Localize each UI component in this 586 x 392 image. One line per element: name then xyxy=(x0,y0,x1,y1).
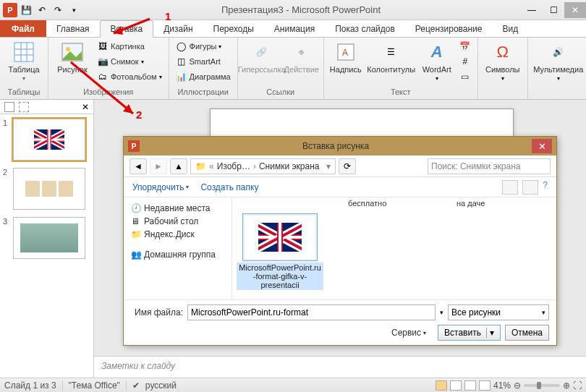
clipart-button[interactable]: 🖼Картинка xyxy=(95,39,164,54)
refresh-button[interactable]: ⟳ xyxy=(339,158,356,174)
wordart-button[interactable]: A WordArt ▾ xyxy=(420,39,454,82)
thumb-row-2[interactable]: 2 xyxy=(3,168,90,210)
dialog-titlebar: P Вставка рисунка ✕ xyxy=(124,137,556,155)
dialog-file-area[interactable]: бесплатно на даче MicrosoftPowerPoint.ru… xyxy=(232,197,556,299)
tab-design[interactable]: Дизайн xyxy=(153,20,203,37)
notes-pane[interactable]: Заметки к слайду xyxy=(94,356,586,378)
search-input[interactable]: Поиск: Снимки экрана xyxy=(428,158,551,174)
thumb-row-3[interactable]: 3 xyxy=(3,217,90,259)
view-mode-button[interactable] xyxy=(502,180,518,195)
group-media: 🔊 Мультимедиа ▾ xyxy=(528,38,586,99)
redo-icon[interactable]: ↷ xyxy=(51,3,65,17)
smartart-button[interactable]: ◫SmartArt xyxy=(174,54,233,69)
chevron-down-icon: ▾ xyxy=(501,75,504,82)
text-extra3[interactable]: ▭ xyxy=(457,69,473,84)
action-button[interactable]: ⎆ Действие xyxy=(284,39,319,74)
ribbon-tabs: Файл Главная Вставка Дизайн Переходы Ани… xyxy=(0,20,586,38)
sidebar-yadisk[interactable]: 📁Яндекс.Диск xyxy=(127,228,229,241)
filetype-select[interactable]: Все рисунки▾ xyxy=(448,304,549,320)
thumb-row-1[interactable]: 1 xyxy=(3,119,90,161)
breadcrumb[interactable]: 📁 « Изобр… › Снимки экрана ▾ xyxy=(190,158,336,174)
panel-close-icon[interactable]: ✕ xyxy=(82,102,89,112)
dialog-body: 🕘Недавние места 🖥Рабочий стол 📁Яндекс.Ди… xyxy=(124,197,556,299)
slide-thumb-1[interactable] xyxy=(13,119,85,161)
close-button[interactable]: ✕ xyxy=(564,2,586,18)
picture-button[interactable]: Рисунок xyxy=(53,39,92,74)
zoom-in-icon[interactable]: ⊕ xyxy=(563,380,570,391)
dialog-sidebar: 🕘Недавние места 🖥Рабочий стол 📁Яндекс.Ди… xyxy=(124,197,232,299)
nav-back-button[interactable]: ◄ xyxy=(129,158,147,174)
text-extra1[interactable]: 📅 xyxy=(457,39,473,54)
view-normal-icon[interactable] xyxy=(436,380,447,391)
outline-tab-icon[interactable] xyxy=(19,102,29,112)
yadisk-icon: 📁 xyxy=(131,229,141,239)
qat-more-icon[interactable]: ▾ xyxy=(67,3,81,17)
view-sorter-icon[interactable] xyxy=(450,380,462,391)
shapes-button[interactable]: ◯Фигуры▾ xyxy=(174,39,233,54)
slide-thumb-2[interactable] xyxy=(13,168,85,210)
sidebar-desktop[interactable]: 🖥Рабочий стол xyxy=(127,215,229,228)
slide-thumb-3[interactable] xyxy=(13,217,85,259)
tab-review[interactable]: Рецензирование xyxy=(405,20,493,37)
tab-animations[interactable]: Анимация xyxy=(264,20,325,37)
bc-pictures[interactable]: Изобр… xyxy=(217,161,250,171)
sidebar-recent[interactable]: 🕘Недавние места xyxy=(127,202,229,215)
insert-button[interactable]: Вставить▾ xyxy=(438,325,501,341)
dialog-close-button[interactable]: ✕ xyxy=(532,139,552,153)
sidebar-homegroup[interactable]: 👥Домашняя группа xyxy=(127,248,229,261)
slides-tab-icon[interactable] xyxy=(4,102,14,112)
status-lang[interactable]: русский xyxy=(145,380,177,391)
organize-button[interactable]: Упорядочить▾ xyxy=(132,182,189,192)
view-reading-icon[interactable] xyxy=(464,380,476,391)
svg-rect-0 xyxy=(14,43,33,61)
chevron-down-icon[interactable]: ▾ xyxy=(326,161,331,171)
chart-label: Диаграмма xyxy=(190,72,231,81)
nav-fwd-button[interactable]: ► xyxy=(150,158,167,174)
undo-icon[interactable]: ↶ xyxy=(35,3,49,17)
svg-text:A: A xyxy=(342,48,348,58)
tab-transitions[interactable]: Переходы xyxy=(203,20,264,37)
minimize-button[interactable]: — xyxy=(521,2,543,18)
textbox-button[interactable]: A Надпись xyxy=(328,39,363,74)
media-label: Мультимедиа xyxy=(533,65,583,74)
save-icon[interactable]: 💾 xyxy=(19,3,33,17)
headerfooter-button[interactable]: ☰ Колонтитулы xyxy=(366,39,417,74)
tab-view[interactable]: Вид xyxy=(493,20,529,37)
symbols-button[interactable]: Ω Символы ▾ xyxy=(483,39,523,82)
tab-file[interactable]: Файл xyxy=(0,20,46,37)
nav-up-button[interactable]: ▲ xyxy=(170,158,187,174)
screenshot-button[interactable]: 📷Снимок▾ xyxy=(95,54,164,69)
chevron-right-icon: › xyxy=(253,161,256,171)
help-icon[interactable]: ? xyxy=(543,180,548,195)
filename-chevron-icon[interactable]: ▾ xyxy=(440,309,443,316)
chart-button[interactable]: 📊Диаграмма xyxy=(174,69,233,84)
zoom-out-icon[interactable]: ⊖ xyxy=(514,380,521,391)
hyperlink-button[interactable]: 🔗 Гиперссылка xyxy=(242,39,281,74)
fit-icon[interactable]: ⛶ xyxy=(573,380,582,391)
preview-pane-button[interactable] xyxy=(522,180,538,195)
view-slideshow-icon[interactable] xyxy=(479,380,491,391)
tab-insert[interactable]: Вставка xyxy=(100,20,154,38)
insert-split-icon[interactable]: ▾ xyxy=(486,328,494,338)
table-button[interactable]: Таблица ▾ xyxy=(4,39,43,82)
titlebar: P 💾 ↶ ↷ ▾ Презентация3 - Microsoft Power… xyxy=(0,0,586,20)
smartart-icon: ◫ xyxy=(176,56,187,67)
filename-input[interactable] xyxy=(187,304,436,320)
dialog-footer: Имя файла: ▾ Все рисунки▾ Сервис▾ Встави… xyxy=(124,299,556,345)
maximize-button[interactable]: ☐ xyxy=(543,2,564,18)
text-extra2[interactable]: # xyxy=(457,54,473,69)
spellcheck-icon[interactable]: ✔ xyxy=(132,380,140,391)
album-button[interactable]: 🗂Фотоальбом▾ xyxy=(95,69,164,84)
chevron-down-icon: ▾ xyxy=(218,43,221,50)
tab-slideshow[interactable]: Показ слайдов xyxy=(325,20,405,37)
cancel-button[interactable]: Отмена xyxy=(505,325,549,341)
bc-screenshots[interactable]: Снимки экрана xyxy=(259,161,320,171)
newfolder-button[interactable]: Создать папку xyxy=(200,182,258,192)
tab-home[interactable]: Главная xyxy=(46,20,100,37)
folder-icon: 📁 xyxy=(195,161,206,171)
media-button[interactable]: 🔊 Мультимедиа ▾ xyxy=(532,39,585,82)
zoom-slider[interactable] xyxy=(524,384,560,387)
tools-button[interactable]: Сервис▾ xyxy=(391,328,426,338)
file-item[interactable]: MicrosoftPowerPoint.ru-format-gifka-v-pr… xyxy=(237,213,323,290)
group-symbols: Ω Символы ▾ xyxy=(478,38,528,99)
